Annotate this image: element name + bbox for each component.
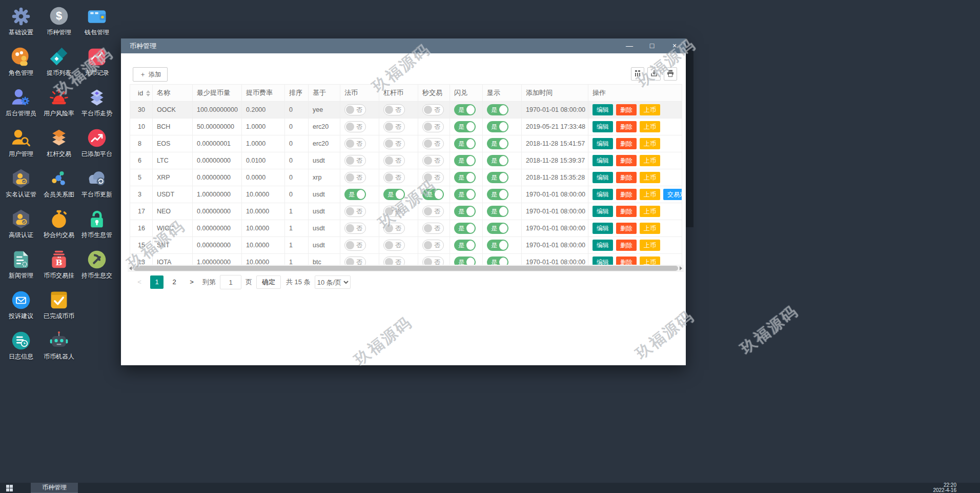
second-trade-toggle[interactable]: 否 (422, 206, 444, 217)
fiat-toggle[interactable]: 否 (344, 223, 366, 234)
edit-button[interactable]: 编辑 (593, 104, 613, 115)
prev-page-button[interactable]: < (133, 275, 146, 289)
desktop-icon[interactable]: 平台币更新 (78, 165, 116, 206)
desktop-icon[interactable]: 新闻管理 (2, 246, 40, 287)
next-page-button[interactable]: > (185, 275, 198, 289)
lever-toggle[interactable]: 是 (383, 189, 405, 200)
flash-exchange-toggle[interactable]: 是 (454, 104, 476, 115)
second-trade-toggle[interactable]: 否 (422, 121, 444, 132)
start-button[interactable] (0, 483, 18, 493)
display-toggle[interactable]: 是 (487, 121, 508, 132)
fiat-toggle[interactable]: 否 (344, 121, 366, 132)
delete-button[interactable]: 删除 (616, 138, 637, 149)
edit-button[interactable]: 编辑 (593, 172, 613, 183)
desktop-icon[interactable]: 已完成币币 (40, 287, 78, 327)
second-trade-toggle[interactable]: 是 (422, 189, 444, 200)
edit-button[interactable]: 编辑 (593, 223, 613, 234)
lever-toggle[interactable]: 否 (383, 104, 405, 115)
desktop-icon[interactable]: $币种管理 (40, 3, 78, 44)
lever-toggle[interactable]: 否 (383, 172, 405, 183)
list-coin-button[interactable]: 上币 (640, 223, 660, 234)
edit-button[interactable]: 编辑 (593, 121, 613, 132)
list-coin-button[interactable]: 上币 (640, 155, 660, 166)
fiat-toggle[interactable]: 否 (344, 104, 366, 115)
list-coin-button[interactable]: 上币 (640, 240, 660, 251)
desktop-icon[interactable]: 用户管理 (2, 125, 40, 165)
delete-button[interactable]: 删除 (616, 155, 637, 166)
jump-page-input[interactable] (220, 275, 241, 289)
list-coin-button[interactable]: 上币 (640, 189, 660, 200)
desktop-icon[interactable]: 用户风险率 (40, 84, 78, 125)
desktop-icon[interactable]: 高级认证 (2, 206, 40, 246)
delete-button[interactable]: 删除 (616, 121, 637, 132)
edit-button[interactable]: 编辑 (593, 189, 613, 200)
second-trade-toggle[interactable]: 否 (422, 223, 444, 234)
edit-button[interactable]: 编辑 (593, 138, 613, 149)
desktop-icon[interactable]: 持币生息交 (78, 246, 116, 287)
lever-toggle[interactable]: 否 (383, 155, 405, 166)
desktop-icon[interactable]: 基础设置 (2, 3, 40, 44)
lever-toggle[interactable]: 否 (383, 206, 405, 217)
desktop-icon[interactable]: 提币列表 (40, 44, 78, 84)
delete-button[interactable]: 删除 (616, 206, 637, 217)
lever-toggle[interactable]: 否 (383, 138, 405, 149)
second-trade-toggle[interactable]: 否 (422, 104, 444, 115)
second-trade-toggle[interactable]: 否 (422, 155, 444, 166)
fiat-toggle[interactable]: 是 (344, 189, 366, 200)
horizontal-scrollbar[interactable] (128, 265, 684, 272)
close-button[interactable]: × (663, 38, 686, 53)
desktop-icon[interactable]: 后台管理员 (2, 84, 40, 125)
list-coin-button[interactable]: 上币 (640, 104, 660, 115)
page-button-1[interactable]: 1 (150, 275, 164, 289)
add-button[interactable]: ＋ 添加 (133, 67, 168, 82)
flash-exchange-toggle[interactable]: 是 (454, 206, 476, 217)
edit-button[interactable]: 编辑 (593, 240, 613, 251)
delete-button[interactable]: 删除 (616, 189, 637, 200)
second-trade-toggle[interactable]: 否 (422, 138, 444, 149)
confirm-button[interactable]: 确定 (256, 275, 281, 289)
flash-exchange-toggle[interactable]: 是 (454, 189, 476, 200)
lever-toggle[interactable]: 否 (383, 223, 405, 234)
desktop-icon[interactable]: B币币交易挂 (40, 246, 78, 287)
lever-toggle[interactable]: 否 (383, 121, 405, 132)
second-trade-toggle[interactable]: 否 (422, 240, 444, 251)
desktop-icon[interactable]: 投诉建议 (2, 287, 40, 327)
desktop-icon[interactable]: 币币机器人 (40, 327, 78, 368)
display-toggle[interactable]: 是 (487, 223, 508, 234)
print-button[interactable] (664, 67, 677, 81)
list-coin-button[interactable]: 上币 (640, 138, 660, 149)
desktop-icon[interactable]: 钱包管理 (78, 3, 116, 44)
fiat-toggle[interactable]: 否 (344, 240, 366, 251)
edit-button[interactable]: 编辑 (593, 206, 613, 217)
flash-exchange-toggle[interactable]: 是 (454, 138, 476, 149)
desktop-icon[interactable]: 平台币走势 (78, 84, 116, 125)
desktop-icon[interactable]: 日志信息 (2, 327, 40, 368)
desktop-icon[interactable]: 已添加平台 (78, 125, 116, 165)
flash-exchange-toggle[interactable]: 是 (454, 172, 476, 183)
delete-button[interactable]: 删除 (616, 104, 637, 115)
fiat-toggle[interactable]: 否 (344, 206, 366, 217)
flash-exchange-toggle[interactable]: 是 (454, 121, 476, 132)
display-toggle[interactable]: 是 (487, 155, 508, 166)
scrollbar-thumb[interactable] (133, 266, 678, 271)
delete-button[interactable]: 删除 (616, 240, 637, 251)
display-toggle[interactable]: 是 (487, 240, 508, 251)
taskbar-item-currency[interactable]: 币种管理 (31, 483, 78, 493)
desktop-icon[interactable]: 充币记录 (78, 44, 116, 84)
desktop-icon[interactable]: 角色管理 (2, 44, 40, 84)
fiat-toggle[interactable]: 否 (344, 155, 366, 166)
desktop-icon[interactable]: 会员关系图 (40, 165, 78, 206)
scroll-right-icon[interactable] (680, 266, 682, 270)
desktop-icon[interactable]: 杠杆交易 (40, 125, 78, 165)
export-button[interactable] (647, 67, 661, 81)
page-button-2[interactable]: 2 (168, 275, 181, 289)
fiat-toggle[interactable]: 否 (344, 172, 366, 183)
desktop-icon[interactable]: 持币生息管 (78, 206, 116, 246)
page-size-select[interactable]: 10 条/页 (315, 275, 351, 289)
edit-button[interactable]: 编辑 (593, 155, 613, 166)
flash-exchange-toggle[interactable]: 是 (454, 223, 476, 234)
delete-button[interactable]: 删除 (616, 223, 637, 234)
list-coin-button[interactable]: 上币 (640, 172, 660, 183)
column-header[interactable]: id (130, 85, 153, 102)
trading-pair-button[interactable]: 交易对 (663, 189, 682, 200)
